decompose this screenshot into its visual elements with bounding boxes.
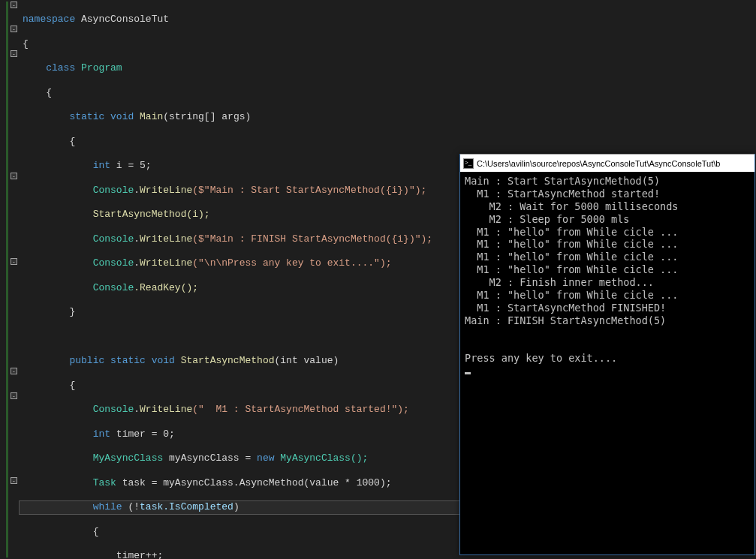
type-name: Console	[93, 233, 134, 245]
method-call: StartAsyncMethod(i);	[93, 209, 210, 220]
string-literal: ($"Main : Start StartAsyncMethod({i})");	[192, 185, 426, 196]
code-text: timer++;	[116, 550, 163, 559]
console-title-text: C:\Users\avilin\source\repos\AsyncConsol…	[477, 159, 720, 168]
code-text: (	[122, 501, 134, 512]
method-name: Main	[134, 111, 163, 122]
brace: {	[46, 87, 52, 98]
keyword: int	[93, 160, 110, 171]
keyword: int	[93, 428, 110, 440]
code-text: task.IsCompleted	[140, 501, 233, 512]
code-text: i = 5;	[110, 160, 152, 171]
type-name: MyAsyncClass();	[274, 452, 368, 464]
fold-toggle[interactable]: -	[11, 173, 17, 179]
fold-gutter[interactable]: - - - - - - - -	[0, 0, 20, 559]
brace: }	[69, 306, 75, 317]
keyword: new	[257, 452, 274, 464]
keyword: namespace	[23, 14, 75, 25]
console-body[interactable]: Main : Start StartAsyncMethod(5) M1 : St…	[460, 172, 754, 380]
namespace-name: AsyncConsoleTut	[75, 14, 169, 25]
fold-toggle[interactable]: -	[11, 477, 17, 484]
console-output-window[interactable]: C:\Users\avilin\source\repos\AsyncConsol…	[459, 154, 755, 555]
method-name: WriteLine	[140, 233, 192, 245]
brace: {	[69, 380, 75, 391]
method-name: WriteLine	[140, 257, 192, 269]
parameters: (string[] args)	[163, 111, 251, 122]
dot: .	[134, 404, 140, 415]
type-name: Console	[93, 185, 134, 196]
fold-toggle[interactable]: -	[11, 392, 17, 399]
string-literal: (" M1 : StartAsyncMethod started!");	[192, 404, 409, 415]
code-text: timer = 0;	[110, 428, 175, 440]
type-name: Task	[93, 477, 116, 488]
brace: {	[69, 136, 75, 147]
code-text: !	[134, 501, 140, 512]
fold-toggle[interactable]: -	[11, 50, 17, 57]
type-name: MyAsyncClass	[93, 452, 164, 464]
method-name: StartAsyncMethod	[175, 355, 275, 366]
keyword: class	[46, 62, 75, 74]
code-text: )	[233, 501, 239, 512]
console-titlebar[interactable]: C:\Users\avilin\source\repos\AsyncConsol…	[460, 154, 754, 172]
brace: {	[93, 526, 99, 537]
fold-toggle[interactable]: -	[11, 2, 17, 8]
string-literal: ($"Main : FINISH StartAsyncMethod({i})")…	[192, 233, 432, 245]
fold-toggle[interactable]: -	[11, 368, 17, 374]
type-name: Program	[75, 62, 122, 74]
method-name: .ReadKey();	[134, 282, 198, 293]
fold-toggle[interactable]: -	[11, 26, 17, 32]
current-line-highlight: while (!task.IsCompleted)	[20, 501, 468, 513]
dot: .	[134, 257, 140, 269]
code-text: task = myAsyncClass.AsyncMethod(value * …	[116, 477, 392, 488]
code-text: myAsyncClass =	[163, 452, 257, 464]
string-literal: ("\n\nPress any key to exit....");	[192, 257, 391, 269]
type-name: Console	[93, 257, 134, 269]
console-icon	[463, 158, 474, 169]
keyword: public static void	[69, 355, 174, 366]
type-name: Console	[93, 282, 134, 293]
dot: .	[134, 185, 140, 196]
keyword: static void	[69, 111, 134, 122]
parameters: (int value)	[274, 355, 339, 366]
dot: .	[134, 233, 140, 245]
method-name: WriteLine	[140, 185, 192, 196]
console-cursor	[465, 372, 471, 374]
method-name: WriteLine	[140, 404, 192, 415]
fold-toggle[interactable]: -	[11, 258, 17, 265]
code-content[interactable]: namespace AsyncConsoleTut { class Progra…	[20, 2, 468, 559]
brace: {	[23, 38, 29, 50]
type-name: Console	[93, 404, 134, 415]
keyword: while	[93, 501, 122, 512]
